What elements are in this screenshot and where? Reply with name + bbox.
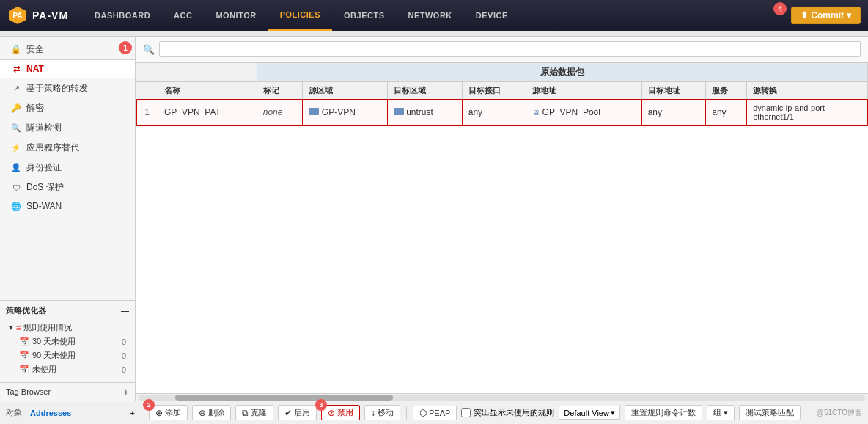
enable-button[interactable]: ✔ 启用	[278, 405, 317, 420]
org-button[interactable]: 组 ▾	[707, 405, 735, 420]
policy-optimizer: 策略优化器 — ▾ ≡ 规则使用情况 📅 30 天未使用 0	[0, 300, 135, 382]
logo-text: PA-VM	[32, 10, 68, 21]
optimizer-collapse[interactable]: —	[121, 307, 129, 315]
scroll-thumb[interactable]	[175, 395, 393, 401]
src-addr-value: GP_VPN_Pool	[542, 107, 600, 117]
optimizer-header: 策略优化器 —	[6, 305, 129, 316]
bottom-left-add[interactable]: +	[130, 409, 135, 417]
move-button[interactable]: ↕ 移动	[364, 405, 400, 420]
empty-header	[136, 63, 257, 82]
org-label: 组	[713, 407, 721, 418]
add-button[interactable]: ⊕ 添加	[149, 405, 188, 420]
col-dst-addr: 目标地址	[641, 82, 706, 100]
optimizer-unused[interactable]: 📅 未使用 0	[19, 362, 129, 376]
sidebar-item-nat[interactable]: ⇄ NAT	[0, 59, 135, 78]
search-bar: 🔍	[136, 37, 868, 62]
sdwan-icon: 🌐	[10, 201, 22, 211]
nav-acc[interactable]: ACC	[162, 0, 204, 31]
nat-icon: ⇄	[10, 64, 22, 74]
tunnel-icon: 🔍	[10, 123, 22, 134]
highlight-checkbox-wrapper[interactable]: 突出显示未使用的规则	[461, 407, 554, 418]
sidebar-item-security[interactable]: 🔒 安全	[0, 40, 135, 59]
search-input[interactable]	[159, 41, 861, 57]
nav-network[interactable]: NETWORK	[396, 0, 463, 31]
sidebar-item-sdwan[interactable]: 🌐 SD-WAN	[0, 197, 135, 215]
add-label: 添加	[165, 407, 181, 418]
badge-3: 3	[315, 399, 327, 411]
sidebar-item-auth[interactable]: 👤 身份验证	[0, 158, 135, 178]
nav-device[interactable]: DEVICE	[464, 0, 520, 31]
optimizer-section: ▾ ≡ 规则使用情况 📅 30 天未使用 0 📅	[6, 319, 129, 378]
dos-icon: 🛡	[10, 183, 22, 193]
clone-button[interactable]: ⧉ 克隆	[235, 405, 273, 420]
sidebar-item-app-proxy[interactable]: ⚡ 应用程序替代	[0, 138, 135, 158]
nav-objects[interactable]: OBJECTS	[332, 0, 396, 31]
optimizer-90day-label: 90 天未使用	[32, 350, 76, 361]
reset-button[interactable]: 重置规则命令计数	[625, 405, 702, 420]
default-view-label: Default View	[564, 409, 609, 417]
col-service: 服务	[706, 82, 747, 100]
tag-browser-add[interactable]: +	[123, 386, 129, 398]
src-addr-icon: 🖥	[532, 109, 540, 117]
commit-button[interactable]: ⬆ Commit ▾	[791, 7, 861, 24]
sidebar-item-dos[interactable]: 🛡 DoS 保护	[0, 178, 135, 197]
toolbar-divider-1	[406, 406, 407, 420]
sidebar-item-tunnel-label: 隧道检测	[26, 122, 62, 134]
sidebar-item-tunnel[interactable]: 🔍 隧道检测	[0, 118, 135, 138]
sidebar-item-decrypt[interactable]: 🔑 解密	[0, 98, 135, 118]
cell-dst-addr: any	[641, 100, 706, 125]
commit-icon: ⬆	[801, 10, 808, 21]
nav-dashboard[interactable]: DASHBOARD	[83, 0, 162, 31]
sidebar: 1 🔒 安全 ⇄ NAT ↗ 基于策略的转发 🔑 解密 🔍 隧道检测	[0, 37, 136, 401]
col-name: 名称	[158, 82, 257, 100]
sidebar-item-security-label: 安全	[26, 43, 44, 56]
optimizer-tree-expand: ▾	[9, 323, 13, 332]
peap-button[interactable]: ⬡ PEAP	[413, 406, 457, 420]
src-zone-flag	[309, 108, 319, 115]
obj-value: Addresses	[30, 409, 71, 417]
add-btn-wrapper: 2 ⊕ 添加	[149, 405, 188, 420]
tag-browser-bar: Tag Browser +	[0, 382, 135, 401]
test-match-button[interactable]: 测试策略匹配	[739, 405, 801, 420]
table-row[interactable]: 1 GP_VPN_PAT none GP-VPN untrust any	[136, 100, 868, 125]
dst-zone-value: untrust	[406, 107, 433, 117]
disable-icon: ⊘	[328, 408, 335, 418]
peap-label: PEAP	[429, 409, 450, 417]
sidebar-item-auth-label: 身份验证	[26, 161, 62, 174]
commit-chevron: ▾	[847, 10, 851, 21]
auth-icon: 👤	[10, 163, 22, 173]
peap-icon: ⬡	[419, 408, 427, 418]
nav-policies[interactable]: POLICIES	[268, 0, 332, 31]
nav-monitor[interactable]: MONITOR	[204, 0, 268, 31]
disable-btn-wrapper: 3 ⊘ 禁用	[321, 405, 360, 420]
cell-dst-interface: any	[462, 100, 526, 125]
highlight-checkbox[interactable]	[461, 408, 471, 417]
enable-label: 启用	[294, 407, 310, 418]
disable-button[interactable]: ⊘ 禁用	[321, 405, 360, 420]
sidebar-item-policy-route[interactable]: ↗ 基于策略的转发	[0, 78, 135, 98]
table-container: 原始数据包 名称 标记 源区域 目标区域 目标接口 源地址 目标地址 服务 源转…	[136, 62, 868, 393]
cell-num: 1	[136, 100, 158, 125]
default-view-button[interactable]: Default View ▾	[559, 406, 620, 420]
optimizer-tree-root[interactable]: ▾ ≡ 规则使用情况	[6, 321, 129, 335]
cell-service: any	[706, 100, 747, 125]
delete-button[interactable]: ⊖ 删除	[192, 405, 231, 420]
col-dst-interface: 目标接口	[462, 82, 526, 100]
default-view-chevron: ▾	[611, 408, 615, 417]
col-src-translate: 源转换	[747, 82, 868, 100]
clone-icon: ⧉	[242, 408, 249, 418]
optimizer-30day[interactable]: 📅 30 天未使用 0	[19, 335, 129, 348]
optimizer-90day[interactable]: 📅 90 天未使用 0	[19, 348, 129, 362]
delete-icon: ⊖	[199, 408, 206, 418]
cell-tag: none	[257, 100, 303, 125]
col-src-addr: 源地址	[526, 82, 641, 100]
move-label: 移动	[378, 407, 394, 418]
optimizer-30day-icon: 📅	[19, 337, 29, 346]
search-icon: 🔍	[143, 44, 155, 55]
col-tag: 标记	[257, 82, 303, 100]
optimizer-tree-sub: 📅 30 天未使用 0 📅 90 天未使用 0	[6, 335, 129, 376]
optimizer-unused-label: 未使用	[32, 364, 56, 375]
decrypt-icon: 🔑	[10, 103, 22, 114]
optimizer-unused-icon: 📅	[19, 365, 29, 374]
horizontal-scrollbar[interactable]	[136, 393, 868, 401]
